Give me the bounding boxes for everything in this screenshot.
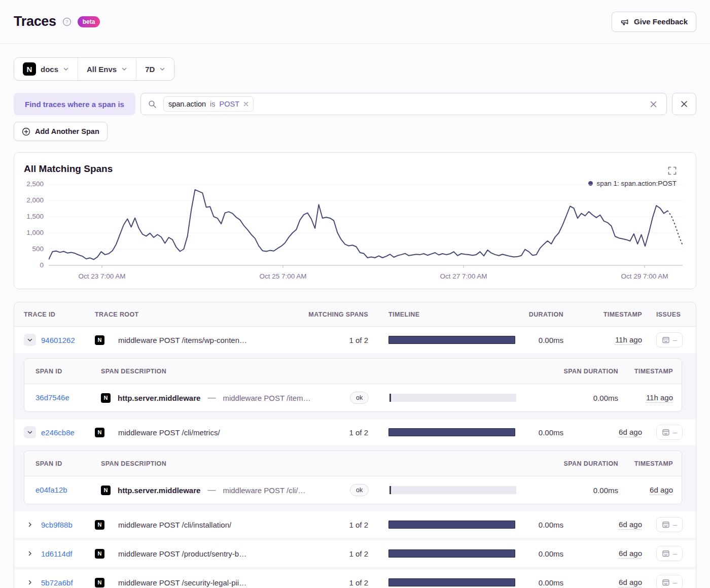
trace-row: 9cb9f88b N middleware POST /cli/installa… <box>14 511 696 538</box>
span-timestamp[interactable]: 6d ago <box>650 486 673 494</box>
col-span-timestamp: TIMESTAMP <box>618 460 673 467</box>
nextjs-platform-icon: N <box>101 393 111 403</box>
span-timeline-track <box>389 394 516 402</box>
give-feedback-button[interactable]: Give Feedback <box>612 12 696 32</box>
issues-box-icon <box>662 549 670 558</box>
trace-root-text: middleware POST /items/wp-conten… <box>118 336 247 344</box>
expanded-spans-section: SPAN ID SPAN DESCRIPTION SPAN DURATION T… <box>14 353 696 419</box>
chevron-down-icon <box>121 66 127 72</box>
page-title: Traces <box>14 14 56 29</box>
col-span-duration: SPAN DURATION <box>516 368 618 375</box>
megaphone-icon <box>620 17 629 26</box>
trace-id-link[interactable]: e246cb8e <box>41 428 75 437</box>
trace-timestamp[interactable]: 6d ago <box>619 520 642 529</box>
trace-issues-button[interactable]: – <box>656 546 683 561</box>
span-id-link[interactable]: e04fa12b <box>36 486 67 494</box>
chart-title: All Matching Spans <box>24 163 113 175</box>
chevron-down-icon <box>159 66 165 72</box>
trace-issues-button[interactable]: – <box>656 517 683 532</box>
expand-row-button[interactable] <box>24 547 36 560</box>
trace-id-link[interactable]: 9cb9f88b <box>41 521 73 529</box>
traces-table-header: TRACE ID TRACE ROOT MATCHING SPANS TIMEL… <box>14 302 696 327</box>
col-trace-root: TRACE ROOT <box>95 311 282 318</box>
filter-bar: N docs All Envs 7D <box>14 57 174 81</box>
nextjs-platform-icon: N <box>95 549 104 559</box>
span-duration: 0.00ms <box>516 486 618 495</box>
issues-box-icon <box>662 521 670 529</box>
beta-badge: beta <box>78 16 100 27</box>
span-desc-separator: — <box>207 486 216 495</box>
span-timestamp[interactable]: 11h ago <box>646 393 673 402</box>
expand-row-button[interactable] <box>24 518 36 531</box>
token-key: span.action <box>168 100 206 108</box>
y-axis-tick: 1,000 <box>14 229 44 237</box>
issues-count-dash: – <box>673 336 677 344</box>
environment-filter[interactable]: All Envs <box>78 58 136 80</box>
trace-issues-button[interactable]: – <box>656 425 683 440</box>
project-filter[interactable]: N docs <box>14 58 78 80</box>
trace-root-text: middleware POST /security-legal-pii… <box>118 578 246 587</box>
trace-timeline-bar <box>388 521 515 529</box>
x-axis-tick: Oct 29 7:00 AM <box>621 272 668 280</box>
add-another-span-button[interactable]: Add Another Span <box>14 122 108 141</box>
expand-row-button[interactable] <box>24 576 36 588</box>
trace-duration: 0.00ms <box>515 428 563 437</box>
search-icon <box>148 100 157 109</box>
trace-duration: 0.00ms <box>515 521 563 529</box>
trace-row: e246cb8e N middleware POST /cli/metrics/… <box>14 419 696 445</box>
col-span-description: SPAN DESCRIPTION <box>101 368 350 375</box>
col-span-description: SPAN DESCRIPTION <box>101 460 350 467</box>
trace-timestamp[interactable]: 11h ago <box>615 335 642 344</box>
y-axis-tick: 2,500 <box>14 180 44 188</box>
plus-circle-icon <box>22 127 30 136</box>
expand-chart-icon[interactable] <box>667 166 677 176</box>
issues-count-dash: – <box>673 521 677 529</box>
issues-box-icon <box>662 428 670 436</box>
token-remove-icon[interactable] <box>243 101 248 107</box>
trace-duration: 0.00ms <box>515 578 563 587</box>
trace-id-link[interactable]: 5b72a6bf <box>41 578 73 587</box>
trace-timestamp[interactable]: 6d ago <box>619 428 642 436</box>
span-status-badge: ok <box>350 392 369 404</box>
nextjs-project-icon: N <box>23 62 36 76</box>
x-axis-tick: Oct 27 7:00 AM <box>440 272 487 280</box>
trace-timestamp[interactable]: 6d ago <box>619 578 642 586</box>
collapse-row-button[interactable] <box>24 334 36 346</box>
nextjs-platform-icon: N <box>95 428 104 437</box>
token-operator[interactable]: is <box>210 100 215 108</box>
col-span-id: SPAN ID <box>36 460 101 467</box>
span-search-input[interactable]: span.action is POST <box>140 93 667 115</box>
trace-issues-button[interactable]: – <box>656 575 683 588</box>
span-description-text: middleware POST /item… <box>223 394 310 402</box>
span-id-link[interactable]: 36d7546e <box>36 393 69 402</box>
remove-span-query-button[interactable] <box>672 93 696 115</box>
matching-spans-count: 1 of 2 <box>282 521 368 529</box>
span-search-row: Find traces where a span is span.action … <box>14 93 696 115</box>
collapse-row-button[interactable] <box>24 426 36 438</box>
clear-search-icon[interactable] <box>648 98 659 110</box>
expanded-spans-section: SPAN ID SPAN DESCRIPTION SPAN DURATION T… <box>14 445 696 511</box>
nextjs-platform-icon: N <box>95 520 104 530</box>
nextjs-platform-icon: N <box>95 335 104 345</box>
help-icon[interactable]: ? <box>62 17 72 26</box>
trace-id-link[interactable]: 94601262 <box>41 336 75 344</box>
col-matching-spans: MATCHING SPANS <box>282 311 368 318</box>
trace-issues-button[interactable]: – <box>656 332 683 348</box>
issues-count-dash: – <box>673 578 677 586</box>
issues-count-dash: – <box>673 428 677 436</box>
issues-count-dash: – <box>673 549 677 558</box>
trace-id-link[interactable]: 1d6114df <box>41 549 72 558</box>
token-value[interactable]: POST <box>220 100 239 108</box>
span-operation: http.server.middleware <box>118 394 200 402</box>
col-timeline: TIMELINE <box>388 311 515 318</box>
trace-row: 1d6114df N middleware POST /product/sent… <box>14 540 696 567</box>
span-timeline-track <box>389 486 516 494</box>
period-filter[interactable]: 7D <box>136 58 174 80</box>
matching-spans-count: 1 of 2 <box>282 549 368 558</box>
trace-timestamp[interactable]: 6d ago <box>619 549 642 558</box>
trace-timeline-bar <box>388 549 515 558</box>
span-timeline-marker <box>389 394 391 402</box>
search-filter-token[interactable]: span.action is POST <box>163 96 254 112</box>
span-row: 36d7546e N http.server.middleware — midd… <box>24 384 682 411</box>
spans-line-chart[interactable] <box>49 184 683 268</box>
